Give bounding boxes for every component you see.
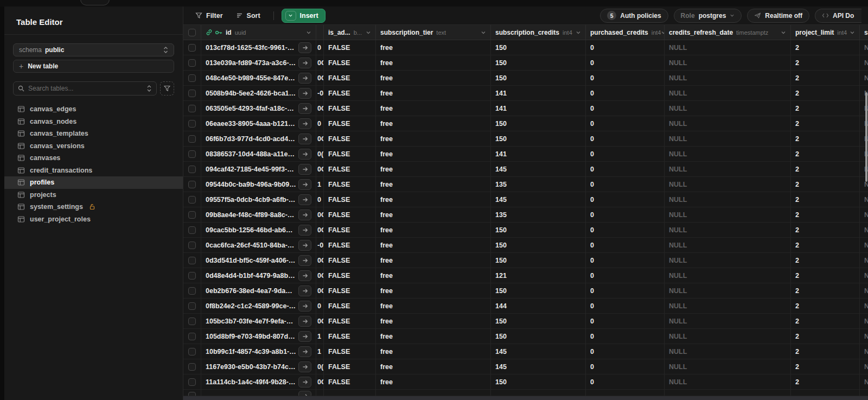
cell-project-limit[interactable]: 2	[791, 71, 860, 85]
sidebar-item-projects[interactable]: projects	[4, 189, 183, 201]
cell-subscription-tier[interactable]: free	[376, 40, 491, 55]
cell-credits-refresh-date[interactable]: NULL	[665, 253, 791, 268]
cell-clipped[interactable]: -0	[316, 238, 324, 252]
cell-subscription-credits[interactable]: 141	[491, 86, 586, 100]
cell-purchased-credits[interactable]: 0	[586, 40, 665, 55]
cell-subscription-credits[interactable]: 150	[491, 223, 586, 237]
cell-id[interactable]: 0eb2b676-38ed-4ea7-9dad-38e6...	[201, 283, 316, 298]
cell-is-admin[interactable]: FALSE	[324, 253, 376, 268]
cell-id[interactable]: 09cac5bb-1256-46bd-ab60-64ed...	[201, 223, 316, 237]
cell-purchased-credits[interactable]: 0	[586, 299, 665, 313]
cell-purchased-credits[interactable]: 0	[586, 71, 665, 85]
cell-subscription-credits[interactable]: 141	[491, 101, 586, 116]
cell-clipped-right[interactable]: NU	[860, 283, 868, 298]
cell-credits-refresh-date[interactable]: NULL	[665, 283, 791, 298]
cell-clipped-right[interactable]: NU	[860, 40, 868, 55]
cell-subscription-credits[interactable]: 150	[491, 116, 586, 131]
cell-clipped[interactable]: 0C	[316, 223, 324, 237]
row-checkbox[interactable]	[188, 150, 196, 158]
cell-subscription-tier[interactable]: free	[376, 207, 491, 222]
row-checkbox[interactable]	[188, 44, 196, 52]
cell-subscription-credits[interactable]: 150	[491, 314, 586, 328]
cell-id[interactable]: 09544b0c-ba9b-496a-9b09-244...	[201, 177, 316, 192]
expand-row-button[interactable]	[298, 58, 311, 68]
sidebar-item-canvases[interactable]: canvases	[4, 152, 183, 164]
cell-clipped-right[interactable]: NU	[860, 314, 868, 328]
chevron-down-icon[interactable]	[781, 30, 786, 35]
cell-subscription-credits[interactable]: 150	[491, 238, 586, 252]
expand-row-button[interactable]	[298, 42, 311, 53]
expand-row-button[interactable]	[298, 361, 311, 372]
cell-clipped-right[interactable]: NU	[860, 238, 868, 252]
row-checkbox[interactable]	[188, 363, 196, 371]
cell-clipped[interactable]: 0C	[316, 283, 324, 298]
cell-id[interactable]: 0d3d541d-bf5c-459f-a406-16b93...	[201, 253, 316, 268]
cell-is-admin[interactable]: FALSE	[324, 177, 376, 192]
expand-row-button[interactable]	[298, 225, 311, 236]
vertical-scrollbar-thumb[interactable]	[865, 92, 867, 182]
chevron-down-icon[interactable]	[366, 30, 371, 35]
cell-subscription-credits[interactable]: 150	[491, 374, 586, 389]
column-header-clipped[interactable]	[316, 25, 324, 40]
cell-clipped[interactable]: 0(	[316, 147, 324, 161]
cell-id[interactable]: 06eaee33-8905-4aaa-b121-ab552...	[201, 116, 316, 131]
expand-row-button[interactable]	[298, 88, 311, 99]
row-checkbox[interactable]	[188, 287, 196, 295]
cell-purchased-credits[interactable]: 0	[586, 359, 665, 374]
cell-clipped-right[interactable]: NU	[860, 344, 868, 359]
cell-credits-refresh-date[interactable]: NULL	[665, 55, 791, 70]
cell-project-limit[interactable]: 2	[791, 223, 860, 237]
cell-is-admin[interactable]: FALSE	[324, 283, 376, 298]
cell-subscription-credits[interactable]: 150	[491, 71, 586, 85]
cell-is-admin[interactable]: FALSE	[324, 131, 376, 146]
cell-subscription-tier[interactable]: free	[376, 268, 491, 283]
row-checkbox[interactable]	[188, 272, 196, 280]
cell-clipped[interactable]: 0	[316, 192, 324, 207]
cell-credits-refresh-date[interactable]: NULL	[665, 268, 791, 283]
cell-credits-refresh-date[interactable]: NULL	[665, 116, 791, 131]
cell-clipped[interactable]: 1	[316, 329, 324, 344]
cell-clipped-right[interactable]: NU	[860, 223, 868, 237]
expand-row-button[interactable]	[298, 346, 311, 357]
cell-clipped-right[interactable]: NU	[860, 207, 868, 222]
cell-id[interactable]: 10b99c1f-4857-4c39-a8b1-263b8...	[201, 344, 316, 359]
cell-credits-refresh-date[interactable]: NULL	[665, 147, 791, 161]
row-checkbox[interactable]	[188, 196, 196, 204]
cell-purchased-credits[interactable]: 0	[586, 329, 665, 344]
expand-row-button[interactable]	[298, 134, 311, 144]
cell-id[interactable]: 013cf78d-1625-43fc-9961-442189...	[201, 40, 316, 55]
select-all-checkbox[interactable]	[188, 29, 196, 36]
row-checkbox[interactable]	[188, 226, 196, 234]
cell-credits-refresh-date[interactable]: NULL	[665, 101, 791, 116]
cell-subscription-credits[interactable]: 150	[491, 40, 586, 55]
cell-subscription-tier[interactable]: free	[376, 374, 491, 389]
cell-is-admin[interactable]: FALSE	[324, 71, 376, 85]
expand-row-button[interactable]	[298, 270, 311, 281]
column-header-credits-refresh-date[interactable]: credits_refresh_date timestamptz	[665, 25, 791, 40]
cell-subscription-tier[interactable]: free	[376, 299, 491, 313]
cell-clipped[interactable]: 0C	[316, 207, 324, 222]
cell-clipped-right[interactable]: NU	[860, 299, 868, 313]
expand-row-button[interactable]	[298, 377, 311, 388]
cell-clipped[interactable]: 1	[316, 177, 324, 192]
cell-credits-refresh-date[interactable]: NULL	[665, 299, 791, 313]
cell-subscription-tier[interactable]: free	[376, 177, 491, 192]
cell-clipped[interactable]: 0C	[316, 162, 324, 176]
cell-subscription-tier[interactable]: free	[376, 329, 491, 344]
cell-project-limit[interactable]: 2	[791, 207, 860, 222]
cell-purchased-credits[interactable]: 0	[586, 253, 665, 268]
sort-button[interactable]: Sort	[231, 10, 266, 22]
cell-subscription-credits[interactable]: 150	[491, 283, 586, 298]
expand-row-button[interactable]	[298, 391, 311, 396]
cell-subscription-credits[interactable]: 150	[491, 329, 586, 344]
cell-is-admin[interactable]: FALSE	[324, 329, 376, 344]
cell-id[interactable]: 08386537-10d4-488a-a11e-eb5a6...	[201, 147, 316, 161]
filter-button[interactable]: Filter	[190, 10, 228, 22]
cell-id[interactable]: 013e039a-fd89-473a-a3c6-ccfa9...	[201, 55, 316, 70]
expand-row-button[interactable]	[298, 240, 311, 251]
column-header-purchased-credits[interactable]: purchased_credits int4	[586, 25, 665, 40]
sidebar-item-system_settings[interactable]: system_settings	[4, 201, 183, 213]
cell-id[interactable]: 048c4e50-b989-455e-847e-fb2f...	[201, 71, 316, 85]
role-select[interactable]: Role postgres	[674, 9, 742, 23]
cell-subscription-credits[interactable]: 150	[491, 55, 586, 70]
